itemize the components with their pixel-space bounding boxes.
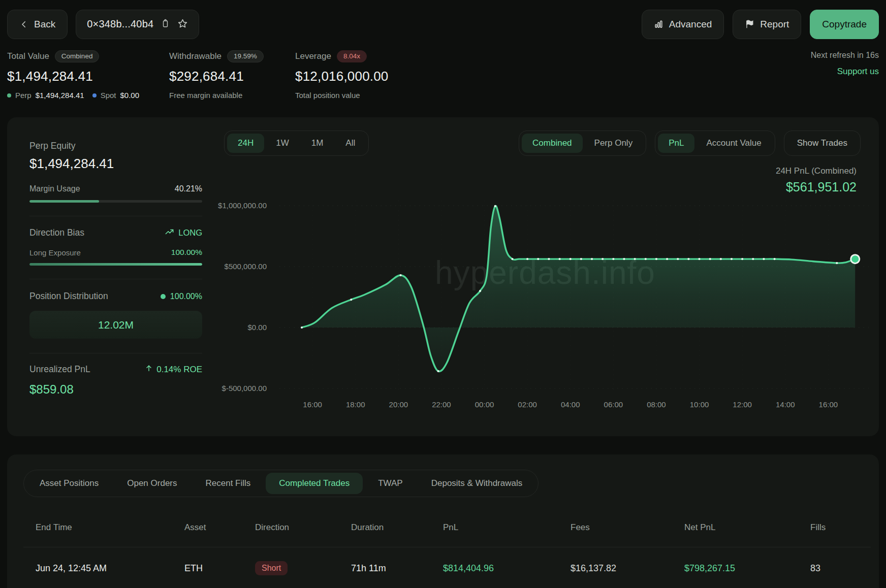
withdrawable-subtitle: Free margin available	[169, 91, 295, 100]
tab-asset-positions[interactable]: Asset Positions	[26, 473, 112, 494]
x-axis-label: 22:00	[432, 400, 451, 409]
perp-label: Perp	[15, 91, 31, 100]
header-pnl: PnL	[443, 522, 571, 533]
cell-net-pnl: $798,267.15	[684, 563, 810, 574]
total-value-amount: $1,494,284.41	[7, 69, 169, 84]
refresh-countdown: Next refresh in 16s	[811, 51, 879, 60]
position-size-box[interactable]: 12.02M	[29, 311, 202, 339]
completed-trades-table: End Time Asset Direction Duration PnL Fe…	[23, 522, 871, 575]
pnl-chart[interactable]: hyperdash.info $1,000,000.00$500,000.00$…	[213, 180, 872, 414]
advanced-button[interactable]: Advanced	[642, 10, 724, 39]
show-trades-button[interactable]: Show Trades	[784, 130, 861, 156]
combined-badge: Combined	[55, 50, 100, 62]
tab-combined[interactable]: Combined	[522, 134, 583, 153]
report-label: Report	[760, 19, 789, 30]
back-label: Back	[34, 19, 55, 30]
tab-perp-only[interactable]: Perp Only	[584, 134, 644, 153]
chart-mode-controls: Combined Perp Only PnL Account Value Sho…	[519, 130, 861, 156]
x-axis-label: 02:00	[518, 400, 537, 409]
trades-card: Asset Positions Open Orders Recent Fills…	[7, 454, 879, 588]
cell-duration: 71h 11m	[351, 563, 443, 574]
perp-equity-label: Perp Equity	[29, 141, 202, 151]
tab-1w[interactable]: 1W	[265, 134, 300, 153]
tab-1m[interactable]: 1M	[301, 134, 334, 153]
unrealized-pnl-value: $859.08	[29, 382, 202, 397]
x-axis-label: 16:00	[303, 400, 322, 409]
stat-total-value: Total Value Combined $1,494,284.41 Perp …	[7, 50, 169, 100]
table-row[interactable]: Jun 24, 12:45 AM ETH Short 71h 11m $814,…	[23, 547, 871, 575]
favorite-address-button[interactable]	[177, 18, 188, 30]
tab-recent-fills[interactable]: Recent Fills	[193, 473, 264, 494]
wallet-address-pill[interactable]: 0×348b...40b4	[76, 10, 199, 39]
x-axis-label: 18:00	[346, 400, 365, 409]
tab-all[interactable]: All	[335, 134, 366, 153]
long-exposure-bar	[29, 263, 202, 266]
spot-value: $0.00	[120, 91, 139, 100]
portfolio-card: Perp Equity $1,494,284.41 Margin Usage 4…	[7, 117, 879, 436]
x-axis-label: 10:00	[690, 400, 709, 409]
copy-address-button[interactable]	[161, 19, 170, 30]
cell-pnl: $814,404.96	[443, 563, 571, 574]
support-us-link[interactable]: Support us	[811, 67, 879, 77]
star-icon	[177, 18, 188, 30]
leverage-amount: $12,016,000.00	[295, 69, 509, 84]
table-header-row: End Time Asset Direction Duration PnL Fe…	[23, 522, 871, 533]
header-direction: Direction	[255, 522, 351, 533]
cell-asset: ETH	[184, 563, 255, 574]
x-axis-label: 06:00	[604, 400, 623, 409]
margin-usage-fill	[29, 200, 99, 203]
tab-account-value[interactable]: Account Value	[695, 134, 772, 153]
back-button[interactable]: Back	[7, 10, 68, 39]
short-badge: Short	[255, 561, 288, 575]
perp-dot-icon	[7, 93, 11, 97]
copy-icon	[161, 19, 170, 30]
x-axis-label: 00:00	[475, 400, 494, 409]
cell-fees: $16,137.82	[571, 563, 684, 574]
tab-pnl[interactable]: PnL	[658, 134, 694, 153]
header-fees: Fees	[571, 522, 684, 533]
total-value-label: Total Value	[7, 51, 49, 61]
time-range-tabs: 24H 1W 1M All	[224, 130, 369, 156]
perp-value: $1,494,284.41	[36, 91, 84, 100]
bar-chart-icon	[654, 19, 663, 29]
topbar-left: Back 0×348b...40b4	[7, 10, 199, 39]
y-axis-label: $-500,000.00	[213, 384, 267, 393]
divider	[29, 353, 202, 353]
position-size-value: 12.02M	[98, 319, 134, 331]
long-exposure-label: Long Exposure	[29, 248, 81, 257]
direction-bias-value: LONG	[178, 228, 202, 238]
header-duration: Duration	[351, 522, 443, 533]
withdrawable-label: Withdrawable	[169, 51, 222, 61]
y-axis-label: $500,000.00	[213, 262, 267, 271]
long-exposure-value: 100.00%	[171, 248, 202, 257]
copytrade-button[interactable]: Copytrade	[810, 10, 879, 39]
x-axis-label: 12:00	[733, 400, 752, 409]
tab-deposits-withdrawals[interactable]: Deposits & Withdrawals	[418, 473, 536, 494]
long-exposure-fill	[29, 263, 202, 266]
x-axis-label: 14:00	[776, 400, 795, 409]
divider	[29, 216, 202, 216]
mode-tabs: Combined Perp Only	[519, 130, 646, 156]
distribution-dot-icon	[161, 294, 166, 299]
cell-end-time: Jun 24, 12:45 AM	[36, 563, 184, 574]
cell-direction: Short	[255, 561, 351, 575]
chevron-left-icon	[19, 20, 28, 29]
perp-equity-value: $1,494,284.41	[29, 156, 202, 172]
roe-value: 0.14% ROE	[156, 365, 202, 375]
header-asset: Asset	[184, 522, 255, 533]
refresh-column: Next refresh in 16s Support us	[811, 50, 879, 77]
tab-24h[interactable]: 24H	[227, 134, 264, 153]
margin-usage-value: 40.21%	[175, 184, 202, 193]
x-axis-label: 08:00	[647, 400, 666, 409]
wallet-address: 0×348b...40b4	[87, 18, 153, 30]
equity-panel: Perp Equity $1,494,284.41 Margin Usage 4…	[29, 117, 202, 397]
report-button[interactable]: Report	[733, 10, 801, 39]
tab-open-orders[interactable]: Open Orders	[114, 473, 190, 494]
leverage-subtitle: Total position value	[295, 91, 509, 100]
tab-twap[interactable]: TWAP	[365, 473, 416, 494]
spot-dot-icon	[92, 93, 97, 97]
position-distribution-value: 100.00%	[170, 292, 202, 301]
cell-fills: 83	[810, 563, 871, 574]
tab-completed-trades[interactable]: Completed Trades	[266, 473, 363, 494]
position-distribution-label: Position Distribution	[29, 291, 108, 302]
